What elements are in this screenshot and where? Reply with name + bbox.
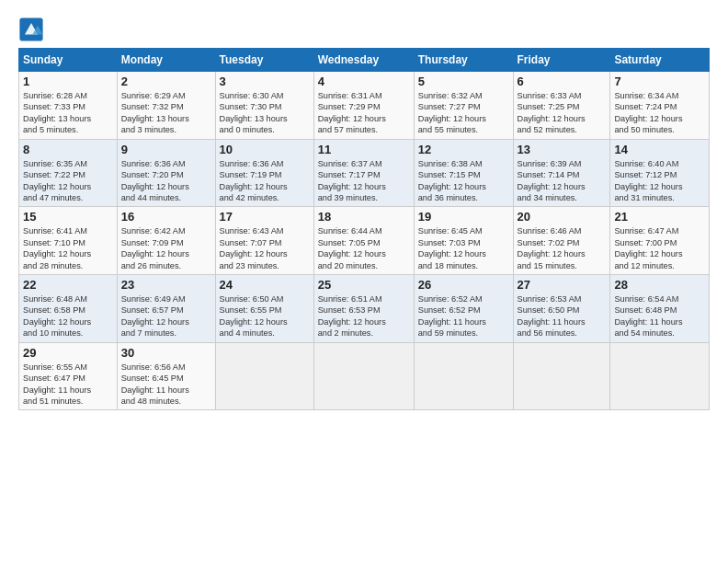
day-info: Sunrise: 6:50 AM Sunset: 6:55 PM Dayligh… bbox=[220, 293, 310, 339]
logo-icon bbox=[18, 17, 44, 42]
table-row: 14Sunrise: 6:40 AM Sunset: 7:12 PM Dayli… bbox=[610, 139, 710, 207]
table-row: 26Sunrise: 6:52 AM Sunset: 6:52 PM Dayli… bbox=[414, 275, 513, 343]
table-row: 8Sunrise: 6:35 AM Sunset: 7:22 PM Daylig… bbox=[19, 139, 118, 207]
table-row bbox=[313, 342, 414, 410]
day-info: Sunrise: 6:28 AM Sunset: 7:33 PM Dayligh… bbox=[23, 90, 113, 136]
day-info: Sunrise: 6:42 AM Sunset: 7:09 PM Dayligh… bbox=[121, 225, 211, 271]
table-row: 21Sunrise: 6:47 AM Sunset: 7:00 PM Dayli… bbox=[610, 207, 710, 275]
day-number: 6 bbox=[518, 75, 607, 88]
day-number: 2 bbox=[121, 75, 211, 88]
day-number: 14 bbox=[614, 143, 705, 156]
day-info: Sunrise: 6:38 AM Sunset: 7:15 PM Dayligh… bbox=[418, 158, 509, 204]
table-row: 20Sunrise: 6:46 AM Sunset: 7:02 PM Dayli… bbox=[513, 207, 610, 275]
table-row bbox=[215, 342, 313, 410]
day-info: Sunrise: 6:53 AM Sunset: 6:50 PM Dayligh… bbox=[518, 293, 607, 339]
table-row: 15Sunrise: 6:41 AM Sunset: 7:10 PM Dayli… bbox=[19, 207, 118, 275]
day-number: 18 bbox=[318, 210, 410, 224]
calendar-week-row: 8Sunrise: 6:35 AM Sunset: 7:22 PM Daylig… bbox=[19, 139, 710, 207]
table-row: 3Sunrise: 6:30 AM Sunset: 7:30 PM Daylig… bbox=[215, 72, 313, 140]
table-row: 18Sunrise: 6:44 AM Sunset: 7:05 PM Dayli… bbox=[313, 207, 414, 275]
table-row: 5Sunrise: 6:32 AM Sunset: 7:27 PM Daylig… bbox=[414, 72, 513, 140]
day-info: Sunrise: 6:46 AM Sunset: 7:02 PM Dayligh… bbox=[518, 225, 607, 271]
table-row: 7Sunrise: 6:34 AM Sunset: 7:24 PM Daylig… bbox=[610, 72, 710, 140]
table-row: 4Sunrise: 6:31 AM Sunset: 7:29 PM Daylig… bbox=[313, 72, 414, 140]
table-row: 16Sunrise: 6:42 AM Sunset: 7:09 PM Dayli… bbox=[117, 207, 215, 275]
day-info: Sunrise: 6:49 AM Sunset: 6:57 PM Dayligh… bbox=[121, 293, 211, 339]
day-info: Sunrise: 6:52 AM Sunset: 6:52 PM Dayligh… bbox=[418, 293, 509, 339]
day-info: Sunrise: 6:35 AM Sunset: 7:22 PM Dayligh… bbox=[23, 158, 113, 204]
table-row: 27Sunrise: 6:53 AM Sunset: 6:50 PM Dayli… bbox=[513, 275, 610, 343]
day-info: Sunrise: 6:36 AM Sunset: 7:20 PM Dayligh… bbox=[121, 158, 211, 204]
col-monday: Monday bbox=[117, 49, 215, 72]
col-friday: Friday bbox=[513, 49, 610, 72]
day-info: Sunrise: 6:55 AM Sunset: 6:47 PM Dayligh… bbox=[23, 362, 113, 408]
table-row: 23Sunrise: 6:49 AM Sunset: 6:57 PM Dayli… bbox=[117, 275, 215, 343]
header bbox=[18, 17, 710, 42]
table-row: 22Sunrise: 6:48 AM Sunset: 6:58 PM Dayli… bbox=[19, 275, 118, 343]
day-number: 26 bbox=[418, 278, 509, 292]
table-row: 30Sunrise: 6:56 AM Sunset: 6:45 PM Dayli… bbox=[117, 342, 215, 410]
day-info: Sunrise: 6:36 AM Sunset: 7:19 PM Dayligh… bbox=[220, 158, 310, 204]
day-info: Sunrise: 6:40 AM Sunset: 7:12 PM Dayligh… bbox=[614, 158, 705, 204]
day-number: 15 bbox=[23, 210, 113, 224]
day-number: 5 bbox=[418, 75, 509, 88]
day-number: 10 bbox=[220, 143, 310, 156]
day-number: 11 bbox=[318, 143, 410, 156]
calendar-week-row: 22Sunrise: 6:48 AM Sunset: 6:58 PM Dayli… bbox=[19, 275, 710, 343]
logo bbox=[18, 17, 47, 42]
day-info: Sunrise: 6:32 AM Sunset: 7:27 PM Dayligh… bbox=[418, 90, 509, 136]
day-info: Sunrise: 6:43 AM Sunset: 7:07 PM Dayligh… bbox=[220, 225, 310, 271]
day-info: Sunrise: 6:34 AM Sunset: 7:24 PM Dayligh… bbox=[614, 90, 705, 136]
calendar-header-row: Sunday Monday Tuesday Wednesday Thursday… bbox=[19, 49, 710, 72]
calendar-week-row: 29Sunrise: 6:55 AM Sunset: 6:47 PM Dayli… bbox=[19, 342, 710, 410]
table-row: 17Sunrise: 6:43 AM Sunset: 7:07 PM Dayli… bbox=[215, 207, 313, 275]
day-info: Sunrise: 6:51 AM Sunset: 6:53 PM Dayligh… bbox=[318, 293, 410, 339]
day-number: 30 bbox=[121, 346, 211, 360]
table-row: 28Sunrise: 6:54 AM Sunset: 6:48 PM Dayli… bbox=[610, 275, 710, 343]
day-number: 4 bbox=[318, 75, 410, 88]
table-row bbox=[414, 342, 513, 410]
day-number: 12 bbox=[418, 143, 509, 156]
day-number: 17 bbox=[220, 210, 310, 224]
day-number: 7 bbox=[614, 75, 705, 88]
day-number: 24 bbox=[220, 278, 310, 292]
calendar: Sunday Monday Tuesday Wednesday Thursday… bbox=[18, 48, 710, 410]
day-info: Sunrise: 6:37 AM Sunset: 7:17 PM Dayligh… bbox=[318, 158, 410, 204]
day-number: 28 bbox=[614, 278, 705, 292]
day-info: Sunrise: 6:45 AM Sunset: 7:03 PM Dayligh… bbox=[418, 225, 509, 271]
day-number: 25 bbox=[318, 278, 410, 292]
day-number: 19 bbox=[418, 210, 509, 224]
day-info: Sunrise: 6:48 AM Sunset: 6:58 PM Dayligh… bbox=[23, 293, 113, 339]
table-row: 1Sunrise: 6:28 AM Sunset: 7:33 PM Daylig… bbox=[19, 72, 118, 140]
day-number: 22 bbox=[23, 278, 113, 292]
table-row: 9Sunrise: 6:36 AM Sunset: 7:20 PM Daylig… bbox=[117, 139, 215, 207]
day-number: 21 bbox=[614, 210, 705, 224]
day-number: 3 bbox=[220, 75, 310, 88]
table-row: 13Sunrise: 6:39 AM Sunset: 7:14 PM Dayli… bbox=[513, 139, 610, 207]
day-number: 29 bbox=[23, 346, 113, 360]
table-row: 12Sunrise: 6:38 AM Sunset: 7:15 PM Dayli… bbox=[414, 139, 513, 207]
day-number: 20 bbox=[518, 210, 607, 224]
day-info: Sunrise: 6:56 AM Sunset: 6:45 PM Dayligh… bbox=[121, 362, 211, 408]
day-info: Sunrise: 6:31 AM Sunset: 7:29 PM Dayligh… bbox=[318, 90, 410, 136]
day-number: 9 bbox=[121, 143, 211, 156]
day-number: 1 bbox=[23, 75, 113, 88]
col-sunday: Sunday bbox=[19, 49, 118, 72]
day-number: 27 bbox=[518, 278, 607, 292]
page: Sunday Monday Tuesday Wednesday Thursday… bbox=[0, 0, 728, 563]
table-row: 24Sunrise: 6:50 AM Sunset: 6:55 PM Dayli… bbox=[215, 275, 313, 343]
col-wednesday: Wednesday bbox=[313, 49, 414, 72]
day-number: 13 bbox=[518, 143, 607, 156]
day-info: Sunrise: 6:44 AM Sunset: 7:05 PM Dayligh… bbox=[318, 225, 410, 271]
table-row: 25Sunrise: 6:51 AM Sunset: 6:53 PM Dayli… bbox=[313, 275, 414, 343]
day-info: Sunrise: 6:54 AM Sunset: 6:48 PM Dayligh… bbox=[614, 293, 705, 339]
table-row: 10Sunrise: 6:36 AM Sunset: 7:19 PM Dayli… bbox=[215, 139, 313, 207]
table-row: 6Sunrise: 6:33 AM Sunset: 7:25 PM Daylig… bbox=[513, 72, 610, 140]
col-tuesday: Tuesday bbox=[215, 49, 313, 72]
col-saturday: Saturday bbox=[610, 49, 710, 72]
calendar-week-row: 15Sunrise: 6:41 AM Sunset: 7:10 PM Dayli… bbox=[19, 207, 710, 275]
table-row: 19Sunrise: 6:45 AM Sunset: 7:03 PM Dayli… bbox=[414, 207, 513, 275]
day-number: 16 bbox=[121, 210, 211, 224]
day-info: Sunrise: 6:33 AM Sunset: 7:25 PM Dayligh… bbox=[518, 90, 607, 136]
col-thursday: Thursday bbox=[414, 49, 513, 72]
